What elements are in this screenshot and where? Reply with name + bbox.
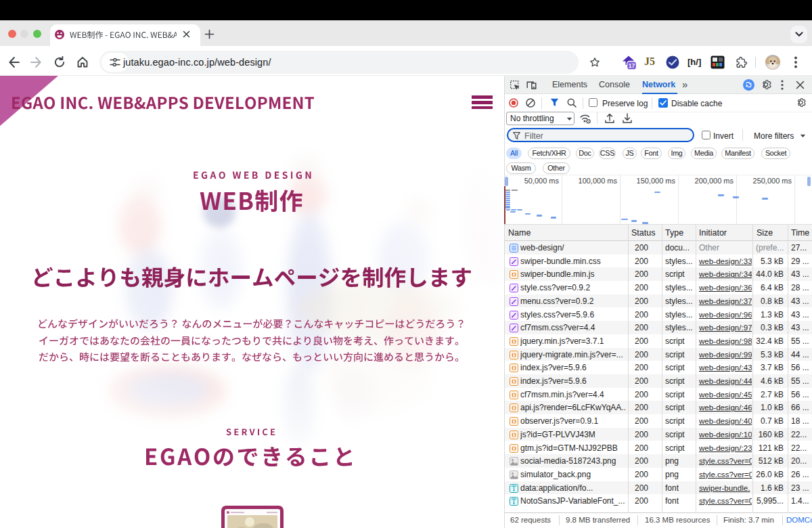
svg-text:17: 17 — [629, 62, 635, 69]
